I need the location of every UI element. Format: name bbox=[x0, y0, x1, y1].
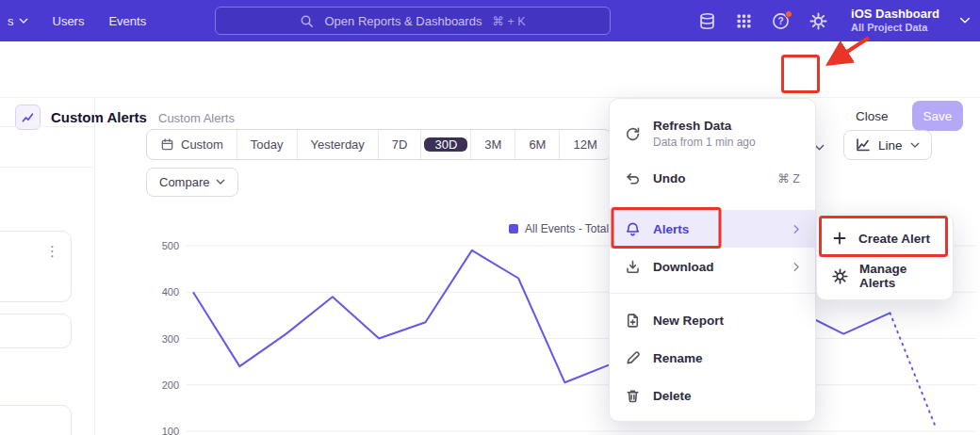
apps-grid-icon[interactable] bbox=[736, 13, 752, 29]
sidebar-card[interactable] bbox=[0, 405, 72, 435]
data-management-icon[interactable] bbox=[698, 12, 716, 30]
project-chevron-down-icon[interactable] bbox=[959, 17, 971, 24]
date-range-picker: Custom Today Yesterday 7D 30D 3M 6M 12M bbox=[146, 129, 612, 160]
date-range-7d[interactable]: 7D bbox=[378, 130, 421, 159]
delete-label: Delete bbox=[653, 389, 692, 403]
help-icon[interactable]: ? bbox=[772, 12, 790, 30]
refresh-icon bbox=[625, 126, 641, 142]
manage-alerts-label: Manage Alerts bbox=[859, 262, 938, 290]
sidebar-divider bbox=[94, 98, 95, 435]
search-placeholder: Open Reports & Dashboards bbox=[324, 14, 482, 28]
close-button[interactable]: Close bbox=[856, 109, 889, 123]
chevron-right-icon bbox=[793, 262, 800, 272]
new-report-label: New Report bbox=[653, 314, 724, 328]
date-range-yesterday[interactable]: Yesterday bbox=[297, 130, 378, 159]
delete-trash-icon bbox=[625, 388, 641, 404]
project-title: iOS Dashboard bbox=[851, 7, 939, 22]
chart-type-label: Line bbox=[878, 138, 903, 153]
alerts-submenu: Create Alert Manage Alerts bbox=[816, 214, 954, 300]
menu-item-undo[interactable]: Undo ⌘ Z bbox=[610, 159, 815, 197]
chevron-right-icon bbox=[793, 224, 800, 234]
project-subtitle: All Project Data bbox=[851, 22, 939, 35]
nav-item-users[interactable]: Users bbox=[53, 14, 85, 28]
settings-gear-icon[interactable] bbox=[809, 12, 827, 30]
menu-item-refresh-data[interactable]: Refresh Data Data from 1 min ago bbox=[610, 108, 815, 159]
submenu-item-create-alert[interactable]: Create Alert bbox=[817, 219, 953, 257]
menu-item-new-report[interactable]: New Report bbox=[610, 301, 815, 339]
create-alert-label: Create Alert bbox=[858, 232, 930, 246]
chevron-down-icon bbox=[19, 18, 28, 24]
page-title: Custom Alerts bbox=[51, 109, 147, 125]
app-root: s Users Events Open Reports & Dashboards… bbox=[0, 0, 980, 435]
nav-right: ? iOS Dashboard All Project Data bbox=[698, 0, 971, 41]
nav-item-events[interactable]: Events bbox=[108, 14, 146, 28]
nav-boards-label: s bbox=[8, 14, 14, 28]
date-range-today[interactable]: Today bbox=[237, 130, 297, 159]
global-search[interactable]: Open Reports & Dashboards ⌘ + K bbox=[215, 7, 611, 35]
menu-item-alerts[interactable]: Alerts bbox=[610, 210, 815, 248]
undo-shortcut: ⌘ Z bbox=[777, 171, 800, 185]
plus-icon bbox=[832, 231, 847, 246]
svg-text:400: 400 bbox=[162, 286, 179, 298]
nav-item-boards-truncated[interactable]: s bbox=[8, 14, 28, 28]
menu-divider bbox=[610, 293, 815, 294]
date-range-custom-label: Custom bbox=[181, 137, 223, 152]
more-options-menu: Refresh Data Data from 1 min ago Undo ⌘ … bbox=[609, 98, 816, 422]
svg-text:200: 200 bbox=[162, 379, 179, 391]
svg-text:300: 300 bbox=[162, 333, 179, 345]
undo-label: Undo bbox=[653, 171, 686, 185]
svg-text:?: ? bbox=[778, 16, 784, 26]
project-switcher[interactable]: iOS Dashboard All Project Data bbox=[851, 7, 939, 35]
sidebar-row-divider bbox=[0, 167, 94, 168]
help-notification-dot bbox=[785, 10, 792, 18]
calendar-icon bbox=[160, 137, 174, 152]
menu-item-download[interactable]: Download bbox=[610, 248, 815, 285]
line-chart-icon bbox=[856, 137, 871, 153]
new-report-icon bbox=[625, 313, 641, 329]
nav-left: s Users Events bbox=[8, 0, 146, 41]
top-navbar: s Users Events Open Reports & Dashboards… bbox=[0, 0, 980, 41]
search-shortcut: ⌘ + K bbox=[492, 14, 525, 28]
card-menu-icon[interactable]: ⋮ bbox=[45, 243, 59, 260]
svg-text:100: 100 bbox=[162, 426, 179, 435]
refresh-sublabel: Data from 1 min ago bbox=[653, 136, 756, 149]
chart-type-button[interactable]: Line bbox=[843, 130, 932, 160]
rename-pencil-icon bbox=[625, 350, 641, 366]
report-header: Custom Alerts Custom Alerts GV Duplicate… bbox=[0, 41, 980, 98]
gear-icon bbox=[832, 268, 848, 284]
compare-button[interactable]: Compare bbox=[146, 168, 238, 197]
nav-events-label: Events bbox=[108, 14, 146, 28]
rename-label: Rename bbox=[653, 351, 703, 365]
alerts-label: Alerts bbox=[653, 222, 689, 236]
search-icon bbox=[300, 14, 314, 28]
date-range-30d-selected[interactable]: 30D bbox=[420, 130, 470, 159]
sidebar-card[interactable]: ⋮ bbox=[0, 231, 72, 302]
alerts-bell-icon bbox=[625, 221, 641, 237]
date-range-6m[interactable]: 6M bbox=[514, 130, 559, 159]
sidebar-row-divider bbox=[0, 126, 94, 127]
menu-item-rename[interactable]: Rename bbox=[610, 339, 815, 377]
date-range-custom[interactable]: Custom bbox=[147, 130, 237, 159]
nav-users-label: Users bbox=[53, 14, 85, 28]
breadcrumb: Custom Alerts bbox=[158, 111, 235, 125]
compare-label: Compare bbox=[159, 175, 209, 189]
refresh-label: Refresh Data bbox=[653, 119, 756, 133]
date-range-12m[interactable]: 12M bbox=[559, 130, 610, 159]
download-icon bbox=[625, 259, 641, 275]
date-range-3m[interactable]: 3M bbox=[470, 130, 514, 159]
save-button[interactable]: Save bbox=[912, 101, 963, 131]
chevron-down-icon bbox=[216, 179, 225, 185]
svg-text:500: 500 bbox=[162, 240, 179, 251]
undo-icon bbox=[625, 170, 641, 186]
download-label: Download bbox=[653, 260, 714, 274]
legend-swatch bbox=[509, 224, 518, 234]
sidebar-card[interactable] bbox=[0, 314, 72, 348]
menu-item-delete[interactable]: Delete bbox=[610, 377, 815, 414]
chevron-down-icon bbox=[910, 142, 920, 149]
submenu-item-manage-alerts[interactable]: Manage Alerts bbox=[817, 257, 953, 295]
